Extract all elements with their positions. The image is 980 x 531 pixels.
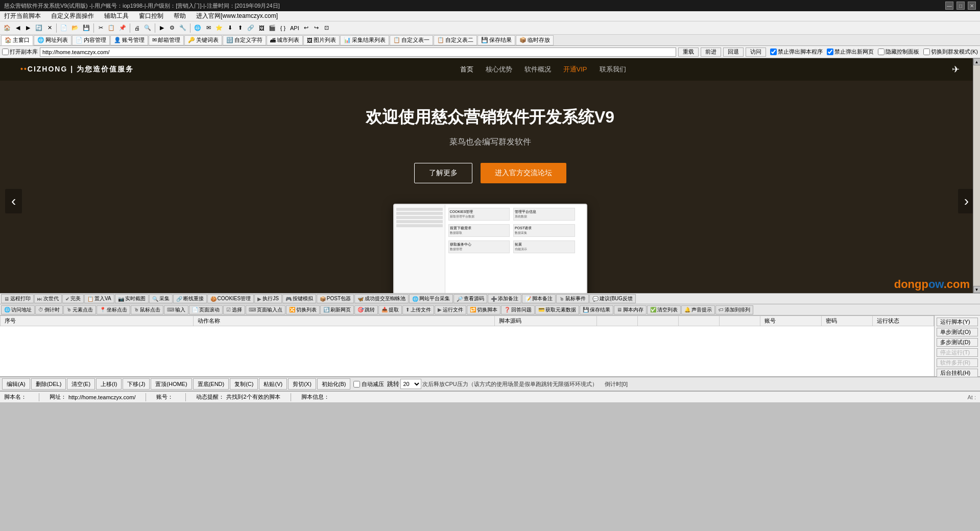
tab-email[interactable]: ✉ 邮箱管理 (149, 35, 184, 45)
at-refresh-page[interactable]: 🔃刷新网页 (320, 305, 354, 315)
maximize-button[interactable]: □ (957, 2, 965, 10)
at-switch-script[interactable]: 🔁切换脚本 (467, 305, 500, 315)
no-popup-window-checkbox[interactable]: 禁止弹出新网页 (827, 48, 874, 56)
tb-run[interactable]: ▶ (157, 23, 166, 33)
at-visit[interactable]: 🌐访问地址 (1, 305, 35, 315)
scroll-down[interactable]: ▼ (973, 286, 981, 293)
at-add-sort[interactable]: 🏷添加到排列 (715, 305, 753, 315)
tb-network[interactable]: 🌐 (193, 23, 203, 33)
st-platform-collect[interactable]: 🌐网站平台采集 (409, 294, 453, 303)
st-exec-js[interactable]: ▶执行JS (254, 294, 282, 303)
no-popup-script-checkbox[interactable]: 禁止弹出脚本程序 (770, 48, 823, 56)
move-down-button[interactable]: 下移(J) (123, 378, 150, 390)
at-page-scroll[interactable]: 📄页面滚动 (189, 305, 223, 315)
tb-open[interactable]: 📂 (70, 23, 80, 33)
tb-cut[interactable]: ✂ (96, 23, 105, 33)
st-screenshot[interactable]: 📷实时截图 (115, 294, 149, 303)
at-local-content[interactable]: ✅清空列表 (647, 305, 681, 315)
tb-link[interactable]: 🔗 (246, 23, 256, 33)
at-input[interactable]: ⌨输入 (164, 305, 188, 315)
st-mouse-event[interactable]: 🖱鼠标事件 (556, 294, 589, 303)
single-test-button[interactable]: 单步测试(O) (937, 328, 978, 336)
tb-settings[interactable]: 🔧 (178, 23, 188, 33)
tab-collect[interactable]: 📊 采集结果列表 (340, 35, 389, 45)
at-get-element[interactable]: 💳获取元素数据 (535, 305, 579, 315)
tb-video[interactable]: 🎬 (267, 23, 277, 33)
top-button[interactable]: 置顶(HOME) (151, 378, 192, 390)
visit-button[interactable]: 访问 (746, 47, 766, 57)
tab-image[interactable]: 🖼 图片列表 (303, 35, 340, 45)
st-collect[interactable]: 🔍采集 (149, 294, 173, 303)
background-run-button[interactable]: 后台挂机(H) (937, 369, 978, 377)
carousel-left-arrow[interactable]: ‹ (5, 189, 22, 213)
tab-city[interactable]: 🏙 城市列表 (267, 35, 303, 45)
jump-select[interactable]: 20 50 100 (400, 379, 421, 389)
menu-custom-ui[interactable]: 自定义界面操作 (49, 12, 96, 20)
at-mem-save[interactable]: 🖥脚本内存 (614, 305, 647, 315)
st-view-source[interactable]: 🔎查看源码 (453, 294, 487, 303)
tb-print[interactable]: 🖨 (132, 23, 141, 33)
at-upload[interactable]: ⬆上传文件 (402, 305, 434, 315)
tb-save[interactable]: 💾 (81, 23, 91, 33)
nav-home[interactable]: 首页 (460, 65, 473, 74)
tb-home[interactable]: 🏠 (2, 23, 12, 33)
menu-open-script[interactable]: 打开当前脚本 (2, 12, 43, 20)
tab-save[interactable]: 💾 保存结果 (477, 35, 515, 45)
st-next-gen[interactable]: ⏭次世代 (34, 294, 62, 303)
init-button[interactable]: 初始化(B) (317, 378, 351, 390)
menu-website[interactable]: 进入官网[www.teamczyx.com] (194, 12, 280, 20)
move-up-button[interactable]: 上移(I) (96, 378, 122, 390)
multi-test-button[interactable]: 多步测试(D) (937, 338, 978, 347)
tb-image[interactable]: 🖼 (257, 23, 266, 33)
tb-upload[interactable]: ⬆ (235, 23, 245, 33)
tb-paste[interactable]: 📌 (117, 23, 128, 33)
at-coord-click[interactable]: 📍坐标点击 (97, 305, 130, 315)
paste-button[interactable]: 粘贴(V) (259, 378, 287, 390)
forum-button[interactable]: 进入官方交流论坛 (481, 163, 566, 183)
tb-bookmark[interactable]: ⭐ (214, 23, 224, 33)
st-feedback[interactable]: 💬建议(BUG反馈 (589, 294, 636, 303)
back-button[interactable]: 回退 (723, 47, 744, 57)
tb-email[interactable]: ✉ (204, 23, 213, 33)
nav-overview[interactable]: 软件概况 (524, 65, 551, 74)
st-post-pack[interactable]: 📦POST包器 (317, 294, 354, 303)
st-cookies[interactable]: 🍪COOKIES管理 (207, 294, 254, 303)
tb-preview[interactable]: 🔍 (142, 23, 153, 33)
at-save-result[interactable]: 💾保存结果 (580, 305, 613, 315)
nav-contact[interactable]: 联系我们 (600, 65, 626, 74)
menu-tools[interactable]: 辅助工具 (102, 12, 131, 20)
at-select[interactable]: ☑选择 (223, 305, 245, 315)
forward-button[interactable]: 前进 (701, 47, 721, 57)
run-script-button[interactable]: 运行脚本(Y) (937, 318, 978, 326)
tb-copy[interactable]: 📋 (106, 23, 116, 33)
tb-api[interactable]: API (289, 23, 301, 33)
tb-more1[interactable]: ↩ (302, 23, 311, 33)
tb-forward[interactable]: ▶ (23, 23, 33, 33)
stop-run-button[interactable]: 停止运行(T) (937, 348, 978, 357)
at-page-input[interactable]: ⌨页面输入点 (246, 305, 285, 315)
auto-reduce-checkbox[interactable]: 自动减压 (353, 380, 384, 388)
reload-button[interactable]: 重载 (678, 47, 699, 57)
st-perfect[interactable]: ✔完美 (62, 294, 84, 303)
delete-button[interactable]: 删除(DEL) (31, 378, 66, 390)
tb-back[interactable]: ◀ (13, 23, 22, 33)
tb-more3[interactable]: ⊡ (322, 23, 331, 33)
bottom-button[interactable]: 置底(END) (193, 378, 229, 390)
st-add-comment[interactable]: ➕添加备注 (488, 294, 521, 303)
tb-more2[interactable]: ↪ (312, 23, 321, 33)
st-script-note[interactable]: 📝脚本备注 (522, 294, 556, 303)
at-mouse-click[interactable]: 🖱鼠标点击 (131, 305, 163, 315)
copy-button[interactable]: 复制(C) (230, 378, 258, 390)
at-answer[interactable]: ❓回答问题 (501, 305, 535, 315)
cut-button[interactable]: 剪切(X) (288, 378, 316, 390)
menu-help[interactable]: 帮助 (172, 12, 188, 20)
url-input[interactable] (40, 47, 676, 57)
tb-download[interactable]: ⬇ (225, 23, 234, 33)
minimize-button[interactable]: — (945, 2, 953, 10)
hide-panel-checkbox[interactable]: 隐藏控制面板 (878, 48, 919, 56)
at-jump[interactable]: 🎯跳转 (354, 305, 378, 315)
tab-temp[interactable]: 📦 临时存放 (516, 35, 554, 45)
close-button[interactable]: ✕ (968, 2, 976, 10)
tab-url-list[interactable]: 🌐 网址列表 (34, 35, 71, 45)
clear-button[interactable]: 清空(E) (67, 378, 95, 390)
